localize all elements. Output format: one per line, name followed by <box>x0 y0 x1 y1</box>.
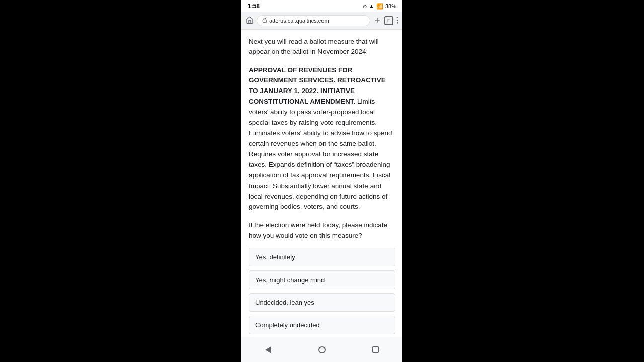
content-area: Next you will read a ballot measure that… <box>242 30 403 337</box>
radio-options: Yes, definitely Yes, might change mind U… <box>249 248 395 334</box>
measure-text: APPROVAL OF REVENUES FOR GOVERNMENT SERV… <box>249 65 395 213</box>
option-completely-undecided-label: Completely undecided <box>255 321 320 329</box>
signal-icon: 📶 <box>376 3 383 10</box>
option-completely-undecided[interactable]: Completely undecided <box>249 316 395 334</box>
recents-button[interactable] <box>366 342 386 357</box>
browser-home-button[interactable] <box>246 16 254 26</box>
browser-actions: □ <box>373 16 398 26</box>
new-tab-button[interactable] <box>373 16 381 26</box>
wifi-icon: ▲ <box>369 3 374 9</box>
status-bar: 1:58 ⊙ ▲ 📶 38% <box>242 0 403 12</box>
battery-level: 38% <box>385 3 396 9</box>
question-text: If the election were held today, please … <box>249 220 395 241</box>
option-yes-definitely-label: Yes, definitely <box>255 253 295 261</box>
phone-screen: 1:58 ⊙ ▲ 📶 38% <box>242 0 403 362</box>
back-icon <box>265 346 271 353</box>
back-button[interactable] <box>258 342 278 357</box>
more-options-button[interactable] <box>396 16 398 26</box>
option-yes-might-change-label: Yes, might change mind <box>255 276 325 284</box>
option-yes-might-change[interactable]: Yes, might change mind <box>249 270 395 289</box>
url-bar[interactable]: atterus.cal.qualtrics.com <box>257 15 370 26</box>
option-undecided-lean-yes[interactable]: Undecided, lean yes <box>249 293 395 312</box>
tab-count-button[interactable]: □ <box>384 16 393 25</box>
bottom-nav <box>242 337 403 362</box>
svg-point-3 <box>397 17 398 18</box>
svg-point-5 <box>397 22 398 24</box>
home-icon <box>318 346 326 353</box>
status-icons: ⊙ ▲ 📶 38% <box>363 3 396 10</box>
option-undecided-lean-yes-label: Undecided, lean yes <box>255 299 314 306</box>
option-yes-definitely[interactable]: Yes, definitely <box>249 248 395 266</box>
url-security-icon <box>262 18 267 24</box>
home-button[interactable] <box>312 342 332 357</box>
phone-frame: 1:58 ⊙ ▲ 📶 38% <box>242 0 403 362</box>
status-time: 1:58 <box>248 3 260 10</box>
recents-icon <box>372 346 379 353</box>
svg-point-4 <box>397 19 398 21</box>
url-text: atterus.cal.qualtrics.com <box>269 18 329 24</box>
browser-bar: atterus.cal.qualtrics.com □ <box>242 12 403 30</box>
intro-text: Next you will read a ballot measure that… <box>249 37 395 57</box>
measure-body: Limits voters' ability to pass voter-pro… <box>249 98 392 210</box>
svg-rect-0 <box>263 20 267 23</box>
location-icon: ⊙ <box>363 4 367 9</box>
